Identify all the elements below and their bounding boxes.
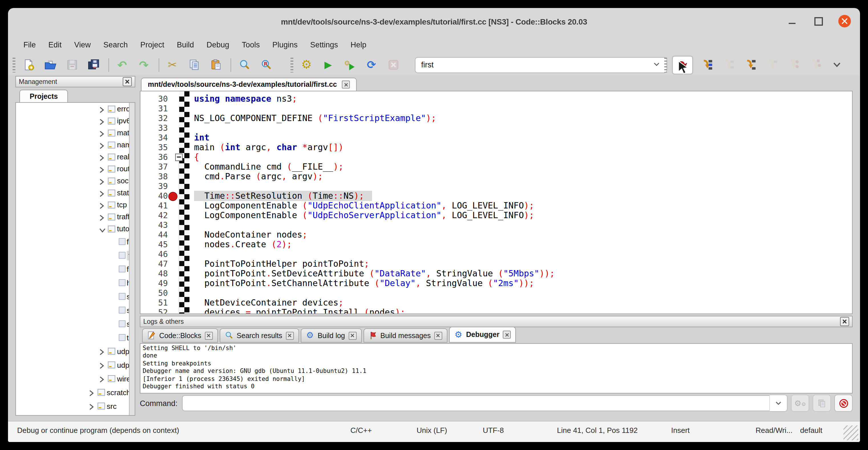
chevron-right-icon[interactable]: [99, 154, 104, 162]
tree-item-fo[interactable]: fo: [16, 262, 135, 276]
logs-tab-debugger[interactable]: ⚙ Debugger: [449, 327, 516, 342]
run-to-cursor-button[interactable]: [699, 57, 714, 73]
code-line-41[interactable]: 41 LogComponentEnable ("UdpEchoClientApp…: [141, 201, 852, 211]
menu-project[interactable]: Project: [134, 37, 170, 52]
code-line-30[interactable]: 30using namespace ns3;: [141, 94, 852, 104]
line-number[interactable]: 44: [141, 230, 168, 240]
line-number[interactable]: 46: [141, 249, 168, 259]
line-number[interactable]: 30: [141, 94, 168, 104]
chevron-right-icon[interactable]: [89, 389, 94, 398]
debugger-log-output[interactable]: Setting SHELL to '/bin/sh'doneSetting br…: [140, 343, 852, 393]
menu-debug[interactable]: Debug: [200, 37, 236, 52]
line-number[interactable]: 32: [141, 114, 168, 123]
build-button[interactable]: ⚙: [299, 57, 314, 73]
toolbar-drag-handle[interactable]: [664, 57, 667, 72]
tree-item-erro[interactable]: erro: [16, 103, 135, 115]
menu-view[interactable]: View: [68, 37, 97, 52]
line-number[interactable]: 47: [141, 259, 168, 269]
tree-item-wire[interactable]: wire: [16, 372, 135, 386]
code-line-46[interactable]: 46: [141, 249, 852, 259]
tree-item-mat[interactable]: mat: [16, 127, 135, 139]
chevron-right-icon[interactable]: [99, 202, 104, 210]
line-number[interactable]: 37: [141, 162, 168, 172]
line-number[interactable]: 51: [141, 298, 168, 308]
tree-item-tcp[interactable]: tcp: [16, 199, 135, 211]
tree-item-ipv6[interactable]: ipv6: [16, 115, 135, 127]
chevron-right-icon[interactable]: [99, 130, 104, 139]
logs-tab-build-messages[interactable]: Build messages: [363, 328, 447, 342]
tree-item-udp-[interactable]: udp-: [16, 358, 135, 372]
line-number[interactable]: 36: [141, 152, 168, 162]
open-file-button[interactable]: [42, 57, 58, 73]
copy-button[interactable]: [186, 57, 202, 73]
logs-tab-close-button[interactable]: [434, 331, 442, 339]
line-number[interactable]: 49: [141, 279, 168, 289]
chevron-right-icon[interactable]: [99, 362, 104, 371]
tree-item-se[interactable]: se: [16, 303, 135, 317]
editor-tab-first-cc[interactable]: mnt/dev/tools/source/ns-3-dev/examples/t…: [141, 78, 357, 91]
chevron-down-icon[interactable]: [99, 226, 105, 234]
line-number[interactable]: 33: [141, 123, 168, 133]
build-target-combo[interactable]: first: [415, 57, 667, 73]
code-line-40[interactable]: 40 Time::SetResolution (Time::NS);: [141, 191, 852, 201]
tree-item-th[interactable]: th: [16, 331, 135, 344]
tree-item-he[interactable]: he: [16, 276, 135, 290]
menu-edit[interactable]: Edit: [42, 37, 68, 52]
rebuild-button[interactable]: ⟳: [364, 57, 379, 73]
tree-scrollbar[interactable]: [129, 103, 135, 415]
code-line-50[interactable]: 50: [141, 289, 852, 298]
redo-button[interactable]: ↷: [136, 57, 152, 73]
line-number[interactable]: 45: [141, 240, 168, 249]
chevron-right-icon[interactable]: [99, 106, 104, 115]
command-history-dropdown-button[interactable]: [769, 395, 787, 412]
close-button[interactable]: [838, 15, 851, 27]
logs-tab-close-button[interactable]: [503, 331, 511, 339]
chevron-right-icon[interactable]: [99, 178, 104, 186]
code-line-42[interactable]: 42 LogComponentEnable ("UdpEchoServerApp…: [141, 211, 852, 220]
stop-debugger-button[interactable]: [834, 395, 852, 412]
chevron-right-icon[interactable]: [99, 118, 104, 126]
command-input[interactable]: [182, 395, 769, 411]
menu-build[interactable]: Build: [170, 37, 200, 52]
line-number[interactable]: 42: [141, 211, 168, 220]
line-number[interactable]: 35: [141, 143, 168, 152]
tree-item-src[interactable]: src: [16, 399, 135, 413]
menu-plugins[interactable]: Plugins: [266, 37, 304, 52]
code-editor[interactable]: 30using namespace ns3;3132NS_LOG_COMPONE…: [140, 91, 852, 314]
line-number[interactable]: 34: [141, 133, 168, 143]
code-line-43[interactable]: 43: [141, 220, 852, 230]
line-number[interactable]: 41: [141, 201, 168, 211]
logs-tab-close-button[interactable]: [348, 331, 356, 339]
tree-item-traff[interactable]: traff: [16, 211, 135, 223]
save-all-button[interactable]: [86, 57, 101, 73]
tree-item-tuto[interactable]: tuto: [16, 223, 135, 235]
step-into-button[interactable]: [742, 57, 758, 73]
chevron-right-icon[interactable]: [99, 376, 104, 384]
logs-tab-code-blocks[interactable]: Code::Blocks: [142, 328, 218, 342]
code-line-32[interactable]: 32NS_LOG_COMPONENT_DEFINE ("FirstScriptE…: [141, 114, 852, 123]
breakpoint-marker[interactable]: [168, 192, 178, 201]
line-number[interactable]: 39: [141, 182, 168, 191]
maximize-button[interactable]: [812, 15, 825, 27]
run-button[interactable]: ▶: [320, 57, 336, 73]
code-line-45[interactable]: 45 nodes.Create (2);: [141, 240, 852, 249]
tree-item-nam[interactable]: nam: [16, 139, 135, 151]
chevron-right-icon[interactable]: [99, 142, 104, 150]
new-file-button[interactable]: [21, 57, 36, 73]
line-number[interactable]: 52: [141, 308, 168, 314]
code-line-52[interactable]: 52 devices = pointToPoint.Install (nodes…: [141, 308, 852, 314]
code-line-31[interactable]: 31: [141, 104, 852, 114]
management-close-button[interactable]: [123, 77, 132, 86]
menu-tools[interactable]: Tools: [236, 37, 266, 52]
code-line-33[interactable]: 33: [141, 123, 852, 133]
code-line-49[interactable]: 49 pointToPoint.SetChannelAttribute ("De…: [141, 279, 852, 289]
tree-item-fir[interactable]: fir: [16, 248, 135, 262]
chevron-right-icon[interactable]: [99, 166, 104, 175]
code-line-35[interactable]: 35main (int argc, char *argv[]): [141, 143, 852, 152]
code-line-44[interactable]: 44 NodeContainer nodes;: [141, 230, 852, 240]
tree-item-stat[interactable]: stat: [16, 187, 135, 199]
logs-tab-close-button[interactable]: [205, 331, 213, 339]
logs-close-button[interactable]: [840, 317, 849, 326]
toolbar-drag-handle[interactable]: [290, 57, 293, 72]
fold-margin[interactable]: [179, 91, 189, 313]
